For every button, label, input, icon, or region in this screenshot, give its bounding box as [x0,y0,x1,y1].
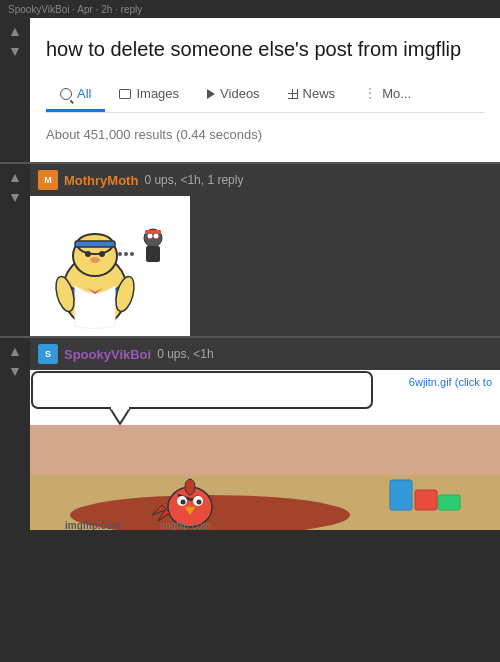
svg-point-10 [130,252,134,256]
imgflip-watermark: imgflip.com [65,520,121,530]
svg-rect-26 [438,495,460,510]
scene-svg [30,425,500,530]
post-1: how to delete someone else's post from i… [0,18,500,164]
svg-rect-22 [30,425,500,475]
svg-point-8 [118,252,122,256]
post-3-header: S SpookyVikBoi 0 ups, <1h [30,338,500,370]
svg-point-7 [90,257,100,263]
post-meta-2: 0 ups, <1h, 1 reply [144,173,243,187]
tab-more[interactable]: ⋮ Mo... [349,77,425,112]
tab-videos-label: Videos [220,86,260,101]
tab-images[interactable]: Images [105,78,193,112]
post-1-content: how to delete someone else's post from i… [30,18,500,162]
vote-column-3 [0,338,30,530]
tab-all[interactable]: All [46,78,105,112]
avatar-2: M [38,170,58,190]
imgflip-watermark2: imgflip.com [160,520,211,530]
post-2-header: M MothryMoth 0 ups, <1h, 1 reply [30,164,500,196]
post-3-content: S SpookyVikBoi 0 ups, <1h 6wjitn.gif (cl… [30,338,500,530]
top-bar-text: SpookyVikBoi · Apr · 2h · reply [8,4,142,15]
avatar-3: S [38,344,58,364]
svg-point-5 [85,251,91,257]
vote-down-1[interactable] [6,42,24,60]
svg-rect-24 [390,480,412,510]
svg-point-33 [197,500,202,505]
google-search-title: how to delete someone else's post from i… [46,38,484,61]
more-icon: ⋮ [363,85,377,101]
tab-images-label: Images [136,86,179,101]
cartoon-svg [30,196,190,336]
svg-rect-25 [415,490,437,510]
vote-up-3[interactable] [6,342,24,360]
speech-bubble-area: 6wjitn.gif (click to [30,370,500,425]
tab-videos[interactable]: Videos [193,78,274,112]
svg-point-34 [185,479,195,495]
videos-icon [207,89,215,99]
vote-up-2[interactable] [6,168,24,186]
cartoon-image [30,196,190,336]
tab-news-label: News [303,86,336,101]
svg-point-9 [124,252,128,256]
vote-column-1 [0,18,30,162]
post-2: M MothryMoth 0 ups, <1h, 1 reply [0,164,500,338]
vote-column-2 [0,164,30,336]
search-icon [60,88,72,100]
svg-point-16 [154,234,159,239]
svg-rect-14 [146,246,160,262]
results-count: About 451,000 results (0.44 seconds) [46,123,484,146]
top-bar: SpookyVikBoi · Apr · 2h · reply [0,0,500,18]
post-2-content: M MothryMoth 0 ups, <1h, 1 reply [30,164,500,336]
vote-down-3[interactable] [6,362,24,380]
gif-container[interactable]: 6wjitn.gif (click to [30,370,500,530]
google-search-screenshot: how to delete someone else's post from i… [30,18,500,162]
speech-bubble-svg [30,370,400,425]
gif-label[interactable]: 6wjitn.gif (click to [409,376,492,388]
post-meta-3: 0 ups, <1h [157,347,213,361]
tab-all-label: All [77,86,91,101]
svg-rect-17 [145,230,161,234]
username-3[interactable]: SpookyVikBoi [64,347,151,362]
username-2[interactable]: MothryMoth [64,173,138,188]
vote-down-2[interactable] [6,188,24,206]
news-icon [288,89,298,99]
page-wrapper: SpookyVikBoi · Apr · 2h · reply how to d… [0,0,500,530]
images-icon [119,89,131,99]
svg-rect-4 [75,241,115,247]
google-tabs: All Images Videos News ⋮ [46,77,484,113]
svg-rect-18 [32,372,372,408]
svg-point-6 [99,251,105,257]
vote-up-1[interactable] [6,22,24,40]
post-3: S SpookyVikBoi 0 ups, <1h 6wjitn.gif (cl… [0,338,500,530]
svg-point-15 [148,234,153,239]
scene-image: imgflip.com imgflip.com [30,425,500,530]
svg-point-32 [181,500,186,505]
tab-more-label: Mo... [382,86,411,101]
tab-news[interactable]: News [274,78,350,112]
svg-marker-19 [110,408,130,424]
